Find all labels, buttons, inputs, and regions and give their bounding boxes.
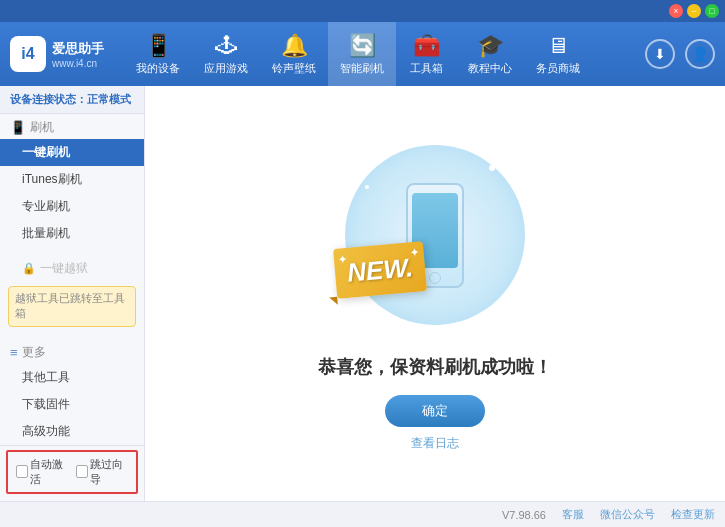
sidebar-section-header-more: ≡ 更多 <box>0 339 144 364</box>
nav-ringtones[interactable]: 🔔 铃声壁纸 <box>260 22 328 86</box>
bottom-bar: V7.98.66 客服 微信公众号 检查更新 <box>0 501 725 527</box>
minimize-btn[interactable]: − <box>687 4 701 18</box>
more-section-label: 更多 <box>22 344 46 361</box>
sparkle-2 <box>365 185 369 189</box>
nav-service[interactable]: 🖥 务员商城 <box>524 22 592 86</box>
sidebar-item-other-tools[interactable]: 其他工具 <box>0 364 144 391</box>
nav-my-device-label: 我的设备 <box>136 61 180 76</box>
status-value: 正常模式 <box>87 93 131 105</box>
app-games-icon: 🕹 <box>215 33 237 59</box>
phone-home-button <box>429 272 441 284</box>
window-controls[interactable]: × − □ <box>669 4 719 18</box>
nav-service-label: 务员商城 <box>536 61 580 76</box>
sidebar-section-header-flash: 📱 刷机 <box>0 114 144 139</box>
content-area: ✦ ✦ NEW. 恭喜您，保资料刷机成功啦！ 确定 查看日志 <box>145 86 725 501</box>
top-bar: × − □ <box>0 0 725 22</box>
main-layout: 设备连接状态：正常模式 📱 刷机 一键刷机 iTunes刷机 专业刷机 批量刷机… <box>0 86 725 501</box>
skip-guide-checkbox[interactable]: 跳过向导 <box>76 457 128 487</box>
auto-activate-cb-box[interactable] <box>16 465 28 478</box>
close-btn[interactable]: × <box>669 4 683 18</box>
sparkle-3 <box>505 290 510 295</box>
nav-ringtones-label: 铃声壁纸 <box>272 61 316 76</box>
flash-section-label: 刷机 <box>30 119 54 136</box>
nav-app-games-label: 应用游戏 <box>204 61 248 76</box>
wechat-link[interactable]: 微信公众号 <box>600 507 655 522</box>
nav-smart-flash-label: 智能刷机 <box>340 61 384 76</box>
header: i4 爱思助手 www.i4.cn 📱 我的设备 🕹 应用游戏 🔔 铃声壁纸 🔄… <box>0 22 725 86</box>
sidebar-section-more: ≡ 更多 其他工具 下载固件 高级功能 <box>0 339 144 445</box>
sidebar-item-advanced[interactable]: 高级功能 <box>0 418 144 445</box>
skip-guide-cb-box[interactable] <box>76 465 88 478</box>
sidebar-item-pro[interactable]: 专业刷机 <box>0 193 144 220</box>
sidebar-item-download-firmware[interactable]: 下载固件 <box>0 391 144 418</box>
bottom-right: V7.98.66 客服 微信公众号 检查更新 <box>502 507 715 522</box>
phone-circle: ✦ ✦ NEW. <box>345 145 525 325</box>
sidebar-item-onekey[interactable]: 一键刷机 <box>0 139 144 166</box>
logo: i4 爱思助手 www.i4.cn <box>10 36 104 72</box>
flash-section-icon: 📱 <box>10 120 26 135</box>
status-label: 设备连接状态： <box>10 93 87 105</box>
logo-text: 爱思助手 www.i4.cn <box>52 40 104 69</box>
auto-activate-label: 自动激活 <box>30 457 68 487</box>
nav-my-device[interactable]: 📱 我的设备 <box>124 22 192 86</box>
logo-title: 爱思助手 <box>52 40 104 58</box>
customer-service-link[interactable]: 客服 <box>562 507 584 522</box>
lock-icon: 🔒 <box>22 262 36 275</box>
new-ribbon-text: NEW. <box>346 252 414 289</box>
sidebar-section-flash: 📱 刷机 一键刷机 iTunes刷机 专业刷机 批量刷机 <box>0 114 144 247</box>
toolbox-icon: 🧰 <box>413 33 440 59</box>
sidebar: 设备连接状态：正常模式 📱 刷机 一键刷机 iTunes刷机 专业刷机 批量刷机… <box>0 86 145 501</box>
sparkle-1 <box>489 165 495 171</box>
nav-toolbox[interactable]: 🧰 工具箱 <box>396 22 456 86</box>
sidebar-item-batch[interactable]: 批量刷机 <box>0 220 144 247</box>
confirm-button[interactable]: 确定 <box>385 395 485 427</box>
phone-illustration: ✦ ✦ NEW. <box>335 135 535 335</box>
sidebar-item-itunes[interactable]: iTunes刷机 <box>0 166 144 193</box>
jailbreak-label: 一键越狱 <box>40 260 88 277</box>
sidebar-status: 设备连接状态：正常模式 <box>0 86 144 114</box>
sidebar-device: 📱 iPhone 15 Pro Max 512GB iPhone <box>0 498 144 501</box>
version-text: V7.98.66 <box>502 509 546 521</box>
sidebar-bottom: 自动激活 跳过向导 📱 iPhone 15 Pro Max 512GB iPho… <box>0 445 144 501</box>
service-icon: 🖥 <box>547 33 569 59</box>
header-right: ⬇ 👤 <box>645 39 715 69</box>
my-device-icon: 📱 <box>145 33 172 59</box>
skip-guide-label: 跳过向导 <box>90 457 128 487</box>
sidebar-jailbreak-note: 越狱工具已跳转至工具箱 <box>8 286 136 327</box>
nav-toolbox-label: 工具箱 <box>410 61 443 76</box>
auto-activate-checkbox[interactable]: 自动激活 <box>16 457 68 487</box>
download-btn[interactable]: ⬇ <box>645 39 675 69</box>
nav-tutorials[interactable]: 🎓 教程中心 <box>456 22 524 86</box>
check-update-link[interactable]: 检查更新 <box>671 507 715 522</box>
nav-app-games[interactable]: 🕹 应用游戏 <box>192 22 260 86</box>
user-btn[interactable]: 👤 <box>685 39 715 69</box>
smart-flash-icon: 🔄 <box>349 33 376 59</box>
logo-icon: i4 <box>10 36 46 72</box>
nav-items: 📱 我的设备 🕹 应用游戏 🔔 铃声壁纸 🔄 智能刷机 🧰 工具箱 🎓 教程中心… <box>124 22 645 86</box>
sidebar-checkboxes: 自动激活 跳过向导 <box>6 450 138 494</box>
new-ribbon: ✦ ✦ NEW. <box>333 241 427 299</box>
sidebar-disabled-jailbreak: 🔒 一键越狱 <box>0 255 144 282</box>
nav-tutorials-label: 教程中心 <box>468 61 512 76</box>
ringtones-icon: 🔔 <box>281 33 308 59</box>
maximize-btn[interactable]: □ <box>705 4 719 18</box>
logo-subtitle: www.i4.cn <box>52 58 104 69</box>
view-log-link[interactable]: 查看日志 <box>411 435 459 452</box>
ribbon-star-2: ✦ <box>409 246 420 261</box>
ribbon-star-1: ✦ <box>337 252 348 267</box>
tutorials-icon: 🎓 <box>477 33 504 59</box>
more-section-icon: ≡ <box>10 345 18 360</box>
success-text: 恭喜您，保资料刷机成功啦！ <box>318 355 552 379</box>
nav-smart-flash[interactable]: 🔄 智能刷机 <box>328 22 396 86</box>
